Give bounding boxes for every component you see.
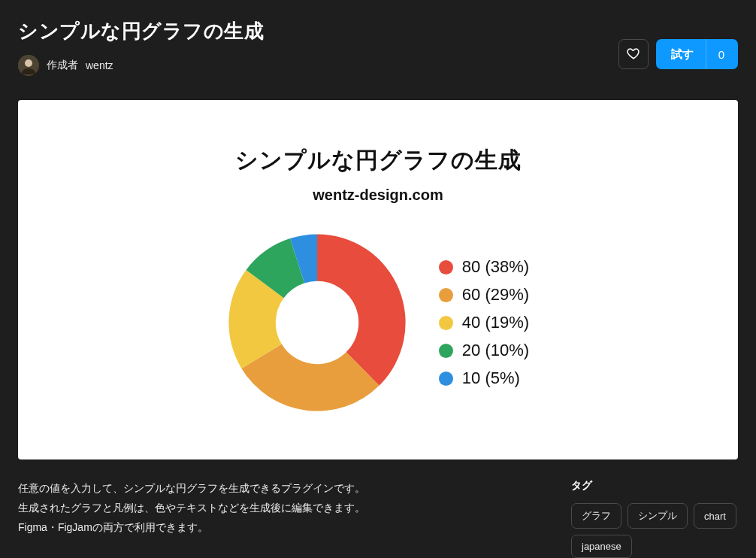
description-line: 任意の値を入力して、シンプルな円グラフを生成できるプラグインです。 [18,479,365,499]
legend-item: 20 (10%) [439,341,529,360]
legend-swatch [439,371,453,386]
cover-title: シンプルな円グラフの生成 [235,145,522,176]
page-title: シンプルな円グラフの生成 [18,18,264,44]
try-button-count: 0 [718,48,724,61]
cover-subtitle: wentz-design.com [313,187,443,204]
author-row[interactable]: 作成者 wentz [18,55,264,76]
pie-chart [227,232,407,413]
tag[interactable]: シンプル [627,503,688,529]
legend-item: 10 (5%) [439,368,529,388]
legend-label: 60 (29%) [462,285,529,305]
tag[interactable]: chart [694,503,736,529]
legend-swatch [439,288,453,302]
author-avatar[interactable] [18,55,39,76]
chart-legend: 80 (38%)60 (29%)40 (19%)20 (10%)10 (5%) [439,257,529,388]
tags-list: グラフシンプルchartjapanese [571,503,738,558]
tags-heading: タグ [571,479,738,493]
legend-item: 40 (19%) [439,313,529,332]
legend-swatch [439,260,453,274]
legend-item: 80 (38%) [439,257,529,277]
try-button[interactable]: 試す 0 [656,39,738,69]
description-line: Figma・FigJamの両方で利用できます。 [18,518,365,538]
legend-swatch [439,316,453,330]
legend-label: 40 (19%) [462,313,529,332]
legend-label: 80 (38%) [462,257,529,277]
legend-swatch [439,344,453,358]
legend-item: 60 (29%) [439,285,529,305]
tag[interactable]: グラフ [571,503,621,529]
description-line: 生成されたグラフと凡例は、色やテキストなどを生成後に編集できます。 [18,499,365,518]
tag[interactable]: japanese [571,535,632,558]
legend-label: 20 (10%) [462,341,529,360]
svg-point-1 [25,59,32,67]
legend-label: 10 (5%) [462,368,520,388]
heart-icon [627,47,640,62]
author-label: 作成者 [47,59,78,72]
plugin-description: 任意の値を入力して、シンプルな円グラフを生成できるプラグインです。 生成されたグ… [18,479,365,558]
plugin-cover: シンプルな円グラフの生成 wentz-design.com 80 (38%)60… [18,100,738,459]
like-button[interactable] [618,39,649,69]
try-button-label: 試す [671,47,694,62]
page-header: シンプルな円グラフの生成 作成者 wentz 試す 0 [18,18,738,76]
author-name[interactable]: wentz [86,59,113,71]
try-button-divider [706,39,706,69]
